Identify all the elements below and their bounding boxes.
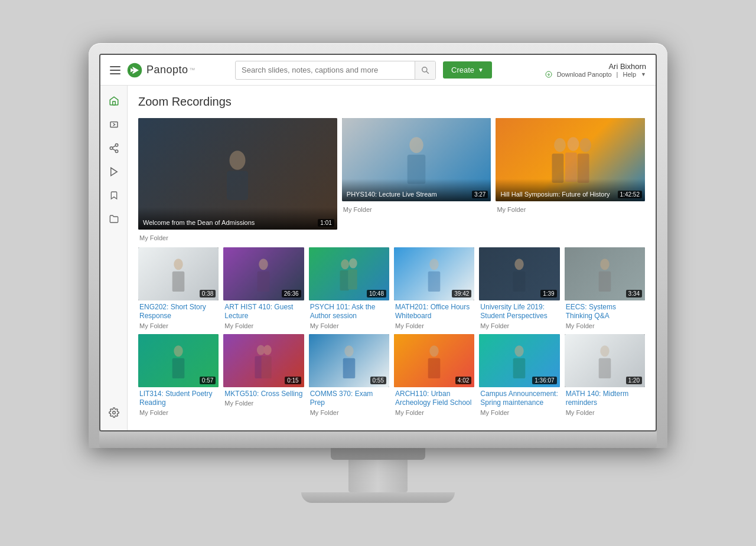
video-1-duration: 1:01 <box>318 219 334 227</box>
video-6-title[interactable]: PSYCH 101: Ask the Author session <box>310 303 388 321</box>
svg-point-11 <box>110 147 113 150</box>
video-15-folder: My Folder <box>566 409 644 416</box>
user-actions: Download Panopto | Help ▼ <box>545 71 646 78</box>
svg-rect-54 <box>599 358 611 378</box>
video-13-duration: 4:02 <box>455 377 471 384</box>
video-card-10[interactable]: 0:57 LIT314: Student Poetry Reading My F… <box>138 334 219 416</box>
video-5-title[interactable]: ART HIST 410: Guest Lecture <box>224 303 302 321</box>
search-button[interactable] <box>415 61 435 80</box>
svg-point-33 <box>349 258 357 268</box>
svg-rect-34 <box>348 269 357 289</box>
navbar: Panopto ™ Cr <box>100 55 656 86</box>
video-row-2: 0:38 ENG202: Short Story Response My Fol… <box>138 247 645 329</box>
video-9-title[interactable]: EECS: Systems Thinking Q&A <box>566 303 644 321</box>
video-1-title-overlay: Welcome from the Dean of Admissions <box>138 207 337 230</box>
folder-icon <box>109 214 119 224</box>
sidebar-item-share[interactable] <box>103 138 125 159</box>
video-8-title[interactable]: University Life 2019: Student Perspectiv… <box>480 303 558 321</box>
hamburger-menu-icon[interactable] <box>110 66 120 74</box>
video-card-7[interactable]: 39:42 MATH201: Office Hours Whiteboard M… <box>394 247 474 329</box>
video-card-12[interactable]: 0:55 COMMS 370: Exam Prep My Folder <box>309 334 389 416</box>
sidebar-item-bookmarks[interactable] <box>103 185 125 206</box>
video-card-15[interactable]: 1:20 MATH 140: Midterm reminders My Fold… <box>565 334 645 416</box>
video-7-title[interactable]: MATH201: Office Hours Whiteboard <box>395 303 473 321</box>
video-10-title[interactable]: LIT314: Student Poetry Reading <box>139 390 217 408</box>
svg-point-35 <box>429 259 438 270</box>
video-row-3: 0:57 LIT314: Student Poetry Reading My F… <box>138 334 645 416</box>
sidebar-item-home[interactable] <box>103 90 125 112</box>
svg-point-27 <box>174 259 183 270</box>
video-11-title[interactable]: MKTG510: Cross Selling <box>224 390 302 399</box>
video-card-11[interactable]: 0:15 MKTG510: Cross Selling My Folder <box>223 334 304 416</box>
user-name[interactable]: Ari Bixhorn <box>545 62 646 71</box>
svg-rect-28 <box>172 271 185 291</box>
video-10-folder: My Folder <box>139 409 217 416</box>
sidebar-item-settings[interactable] <box>103 402 125 423</box>
video-12-folder: My Folder <box>310 409 388 416</box>
video-card-8[interactable]: 1:39 University Life 2019: Student Persp… <box>479 247 559 329</box>
video-2-title-overlay: PHYS140: Lecture Live Stream <box>342 179 491 201</box>
sidebar <box>100 86 128 430</box>
video-3-duration: 1:42:52 <box>618 191 642 198</box>
video-card-3[interactable]: Hill Hall Symposium: Future of History 1… <box>496 118 645 243</box>
svg-point-37 <box>515 259 524 270</box>
monitor-stand-base <box>301 492 455 503</box>
svg-rect-48 <box>343 358 356 378</box>
svg-point-12 <box>115 150 118 153</box>
video-6-folder: My Folder <box>310 322 388 329</box>
help-link[interactable]: Help <box>623 71 636 78</box>
search-input[interactable] <box>236 66 415 74</box>
main-content: Zoom Recordings <box>128 86 656 430</box>
video-card-9[interactable]: 3:34 EECS: Systems Thinking Q&A My Folde… <box>565 247 645 329</box>
svg-point-17 <box>230 151 246 170</box>
svg-point-23 <box>567 137 579 151</box>
video-card-2[interactable]: PHYS140: Lecture Live Stream 3:27 My Fol… <box>342 118 491 243</box>
trademark-symbol: ™ <box>190 67 195 73</box>
svg-marker-15 <box>110 168 117 176</box>
create-button[interactable]: Create ▼ <box>443 61 492 79</box>
main-layout: Zoom Recordings <box>100 86 656 430</box>
settings-icon <box>109 407 119 418</box>
video-card-4[interactable]: 0:38 ENG202: Short Story Response My Fol… <box>138 247 219 329</box>
monitor-stand-neck <box>348 460 408 492</box>
svg-point-10 <box>115 144 118 147</box>
video-4-title[interactable]: ENG202: Short Story Response <box>139 303 217 321</box>
search-bar <box>235 61 436 80</box>
svg-line-13 <box>112 149 115 151</box>
video-4-duration: 0:38 <box>200 290 216 297</box>
video-card-6[interactable]: 10:48 PSYCH 101: Ask the Author session … <box>309 247 389 329</box>
svg-line-5 <box>426 71 429 74</box>
video-13-title[interactable]: ARCH110: Urban Archeology Field School <box>395 390 473 408</box>
logo-container: Panopto ™ <box>126 62 195 79</box>
video-12-title[interactable]: COMMS 370: Exam Prep <box>310 390 388 408</box>
video-15-title[interactable]: MATH 140: Midterm reminders <box>566 390 644 408</box>
sidebar-item-folders[interactable] <box>103 208 125 230</box>
svg-line-14 <box>112 146 115 148</box>
svg-rect-8 <box>112 102 115 105</box>
video-card-14[interactable]: 1:36:07 Campus Announcement: Spring main… <box>479 334 559 416</box>
sidebar-bottom <box>103 402 125 423</box>
navbar-right: Ari Bixhorn Download Panopto | Help ▼ <box>545 62 646 78</box>
video-12-duration: 0:55 <box>370 377 386 384</box>
svg-point-47 <box>344 345 353 357</box>
video-card-5[interactable]: 26:36 ART HIST 410: Guest Lecture My Fol… <box>223 247 304 329</box>
video-13-folder: My Folder <box>395 409 473 416</box>
svg-rect-36 <box>428 271 441 291</box>
svg-rect-30 <box>258 271 270 291</box>
svg-point-41 <box>174 345 183 357</box>
video-14-duration: 1:36:07 <box>532 377 556 384</box>
svg-rect-18 <box>227 171 248 201</box>
bookmark-icon <box>109 190 119 201</box>
download-panopto-link[interactable]: Download Panopto <box>557 71 612 78</box>
svg-rect-9 <box>110 122 118 127</box>
video-14-title[interactable]: Campus Announcement: Spring maintenance <box>480 390 558 408</box>
video-card-13[interactable]: 4:02 ARCH110: Urban Archeology Field Sch… <box>394 334 474 416</box>
svg-point-4 <box>422 67 427 71</box>
svg-rect-50 <box>428 358 441 378</box>
sidebar-item-create[interactable] <box>103 114 125 135</box>
video-8-folder: My Folder <box>480 322 558 329</box>
video-card-1[interactable]: Welcome from the Dean of Admissions 1:01… <box>138 118 337 243</box>
svg-rect-42 <box>172 358 185 378</box>
sidebar-item-watch[interactable] <box>103 161 125 182</box>
video-7-duration: 39:42 <box>452 290 471 297</box>
